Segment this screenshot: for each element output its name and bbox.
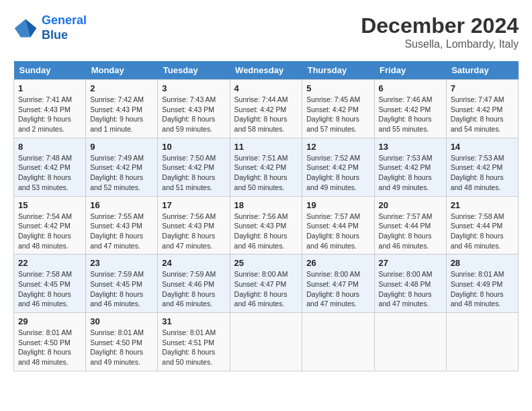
day-info: Sunrise: 7:58 AM Sunset: 4:45 PM Dayligh… xyxy=(18,269,81,309)
calendar-cell: 14 Sunrise: 7:53 AM Sunset: 4:42 PM Dayl… xyxy=(446,138,518,196)
weekday-header-row: SundayMondayTuesdayWednesdayThursdayFrid… xyxy=(14,61,519,80)
day-info: Sunrise: 7:56 AM Sunset: 4:43 PM Dayligh… xyxy=(162,212,225,251)
weekday-header-cell: Wednesday xyxy=(230,61,302,80)
calendar-week-row: 29 Sunrise: 8:01 AM Sunset: 4:50 PM Dayl… xyxy=(14,313,519,371)
day-number: 2 xyxy=(90,83,153,93)
calendar-week-row: 22 Sunrise: 7:58 AM Sunset: 4:45 PM Dayl… xyxy=(14,255,519,313)
day-info: Sunrise: 7:49 AM Sunset: 4:42 PM Dayligh… xyxy=(90,153,153,193)
day-info: Sunrise: 7:59 AM Sunset: 4:46 PM Dayligh… xyxy=(162,269,225,309)
day-number: 18 xyxy=(234,200,298,210)
day-number: 11 xyxy=(234,142,298,152)
logo-icon xyxy=(13,16,38,40)
day-number: 3 xyxy=(162,83,225,93)
day-number: 19 xyxy=(306,200,369,210)
day-info: Sunrise: 8:01 AM Sunset: 4:51 PM Dayligh… xyxy=(162,328,225,367)
calendar-cell: 1 Sunrise: 7:41 AM Sunset: 4:43 PM Dayli… xyxy=(14,80,86,138)
day-info: Sunrise: 8:00 AM Sunset: 4:47 PM Dayligh… xyxy=(234,269,298,309)
day-info: Sunrise: 7:43 AM Sunset: 4:43 PM Dayligh… xyxy=(162,95,225,134)
day-info: Sunrise: 7:56 AM Sunset: 4:43 PM Dayligh… xyxy=(234,212,298,251)
day-number: 12 xyxy=(306,142,369,152)
day-number: 27 xyxy=(379,258,442,268)
day-info: Sunrise: 7:50 AM Sunset: 4:42 PM Dayligh… xyxy=(162,153,225,193)
calendar-cell: 10 Sunrise: 7:50 AM Sunset: 4:42 PM Dayl… xyxy=(158,138,230,196)
calendar-cell: 17 Sunrise: 7:56 AM Sunset: 4:43 PM Dayl… xyxy=(158,196,230,255)
calendar-cell: 15 Sunrise: 7:54 AM Sunset: 4:42 PM Dayl… xyxy=(14,196,86,255)
logo-text: GeneralBlue xyxy=(42,13,87,42)
calendar-cell: 16 Sunrise: 7:55 AM Sunset: 4:43 PM Dayl… xyxy=(86,196,158,255)
calendar-cell: 3 Sunrise: 7:43 AM Sunset: 4:43 PM Dayli… xyxy=(158,80,230,138)
calendar-cell: 23 Sunrise: 7:59 AM Sunset: 4:45 PM Dayl… xyxy=(86,255,158,313)
day-number: 17 xyxy=(162,200,225,210)
day-info: Sunrise: 8:00 AM Sunset: 4:48 PM Dayligh… xyxy=(379,269,442,309)
page-header: GeneralBlue December 2024 Susella, Lomba… xyxy=(13,13,519,50)
day-number: 24 xyxy=(162,258,225,268)
day-info: Sunrise: 7:54 AM Sunset: 4:42 PM Dayligh… xyxy=(18,212,81,251)
logo: GeneralBlue xyxy=(13,13,87,42)
weekday-header-cell: Monday xyxy=(86,61,158,80)
weekday-header-cell: Friday xyxy=(374,61,446,80)
calendar-cell: 20 Sunrise: 7:57 AM Sunset: 4:44 PM Dayl… xyxy=(374,196,446,255)
calendar-cell: 6 Sunrise: 7:46 AM Sunset: 4:42 PM Dayli… xyxy=(374,80,446,138)
day-info: Sunrise: 7:47 AM Sunset: 4:42 PM Dayligh… xyxy=(451,95,514,134)
day-number: 8 xyxy=(18,142,81,152)
day-info: Sunrise: 7:52 AM Sunset: 4:42 PM Dayligh… xyxy=(306,153,369,193)
day-number: 30 xyxy=(90,316,153,326)
calendar-cell xyxy=(302,313,374,371)
calendar-cell: 22 Sunrise: 7:58 AM Sunset: 4:45 PM Dayl… xyxy=(14,255,86,313)
day-info: Sunrise: 7:53 AM Sunset: 4:42 PM Dayligh… xyxy=(451,153,514,193)
calendar-cell: 13 Sunrise: 7:53 AM Sunset: 4:42 PM Dayl… xyxy=(374,138,446,196)
day-info: Sunrise: 8:01 AM Sunset: 4:50 PM Dayligh… xyxy=(90,328,153,367)
weekday-header-cell: Tuesday xyxy=(158,61,230,80)
calendar-cell: 24 Sunrise: 7:59 AM Sunset: 4:46 PM Dayl… xyxy=(158,255,230,313)
day-number: 13 xyxy=(379,142,442,152)
day-number: 15 xyxy=(18,200,81,210)
calendar-subtitle: Susella, Lombardy, Italy xyxy=(361,38,519,50)
day-number: 16 xyxy=(90,200,153,210)
day-number: 5 xyxy=(306,83,369,93)
day-number: 28 xyxy=(451,258,514,268)
day-info: Sunrise: 7:51 AM Sunset: 4:42 PM Dayligh… xyxy=(234,153,298,193)
calendar-week-row: 15 Sunrise: 7:54 AM Sunset: 4:42 PM Dayl… xyxy=(14,196,519,255)
calendar-table: SundayMondayTuesdayWednesdayThursdayFrid… xyxy=(13,61,519,371)
calendar-title: December 2024 xyxy=(361,13,519,38)
calendar-cell: 9 Sunrise: 7:49 AM Sunset: 4:42 PM Dayli… xyxy=(86,138,158,196)
day-number: 14 xyxy=(451,142,514,152)
calendar-week-row: 8 Sunrise: 7:48 AM Sunset: 4:42 PM Dayli… xyxy=(14,138,519,196)
calendar-cell: 7 Sunrise: 7:47 AM Sunset: 4:42 PM Dayli… xyxy=(446,80,518,138)
calendar-cell: 4 Sunrise: 7:44 AM Sunset: 4:42 PM Dayli… xyxy=(230,80,302,138)
day-info: Sunrise: 7:44 AM Sunset: 4:42 PM Dayligh… xyxy=(234,95,298,134)
calendar-cell: 8 Sunrise: 7:48 AM Sunset: 4:42 PM Dayli… xyxy=(14,138,86,196)
day-number: 20 xyxy=(379,200,442,210)
calendar-cell: 5 Sunrise: 7:45 AM Sunset: 4:42 PM Dayli… xyxy=(302,80,374,138)
calendar-cell: 21 Sunrise: 7:58 AM Sunset: 4:44 PM Dayl… xyxy=(446,196,518,255)
calendar-cell: 30 Sunrise: 8:01 AM Sunset: 4:50 PM Dayl… xyxy=(86,313,158,371)
calendar-cell xyxy=(374,313,446,371)
weekday-header-cell: Saturday xyxy=(446,61,518,80)
day-number: 31 xyxy=(162,316,225,326)
calendar-cell: 26 Sunrise: 8:00 AM Sunset: 4:47 PM Dayl… xyxy=(302,255,374,313)
calendar-cell: 11 Sunrise: 7:51 AM Sunset: 4:42 PM Dayl… xyxy=(230,138,302,196)
day-info: Sunrise: 7:46 AM Sunset: 4:42 PM Dayligh… xyxy=(379,95,442,134)
calendar-body: 1 Sunrise: 7:41 AM Sunset: 4:43 PM Dayli… xyxy=(14,80,519,371)
day-number: 7 xyxy=(451,83,514,93)
day-number: 26 xyxy=(306,258,369,268)
day-number: 6 xyxy=(379,83,442,93)
day-info: Sunrise: 8:01 AM Sunset: 4:49 PM Dayligh… xyxy=(451,269,514,309)
day-number: 9 xyxy=(90,142,153,152)
day-number: 23 xyxy=(90,258,153,268)
day-info: Sunrise: 7:45 AM Sunset: 4:42 PM Dayligh… xyxy=(306,95,369,134)
day-number: 25 xyxy=(234,258,298,268)
day-info: Sunrise: 7:53 AM Sunset: 4:42 PM Dayligh… xyxy=(379,153,442,193)
calendar-cell: 29 Sunrise: 8:01 AM Sunset: 4:50 PM Dayl… xyxy=(14,313,86,371)
weekday-header-cell: Sunday xyxy=(14,61,86,80)
calendar-cell xyxy=(446,313,518,371)
day-number: 29 xyxy=(18,316,81,326)
day-info: Sunrise: 8:00 AM Sunset: 4:47 PM Dayligh… xyxy=(306,269,369,309)
calendar-cell: 12 Sunrise: 7:52 AM Sunset: 4:42 PM Dayl… xyxy=(302,138,374,196)
day-info: Sunrise: 7:57 AM Sunset: 4:44 PM Dayligh… xyxy=(306,212,369,251)
day-number: 21 xyxy=(451,200,514,210)
calendar-cell: 25 Sunrise: 8:00 AM Sunset: 4:47 PM Dayl… xyxy=(230,255,302,313)
calendar-cell: 19 Sunrise: 7:57 AM Sunset: 4:44 PM Dayl… xyxy=(302,196,374,255)
title-block: December 2024 Susella, Lombardy, Italy xyxy=(361,13,519,50)
day-info: Sunrise: 7:42 AM Sunset: 4:43 PM Dayligh… xyxy=(90,95,153,134)
